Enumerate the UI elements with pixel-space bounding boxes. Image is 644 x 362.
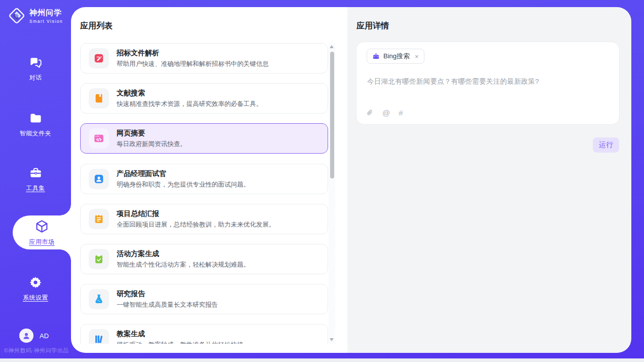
app-card-title: 项目总结汇报 — [117, 209, 275, 219]
notepad-icon — [89, 209, 109, 229]
person-icon — [22, 331, 31, 340]
sidebar-item-label: 对话 — [29, 74, 42, 82]
app-card-desc: 智能生成个性化活动方案，轻松解决规划难题。 — [117, 261, 250, 269]
app-card-网页摘要[interactable]: 网页摘要每日政府新闻资讯快查。 — [80, 123, 328, 154]
user-account[interactable]: AD — [19, 329, 49, 343]
scrollbar[interactable] — [329, 43, 335, 344]
mention-icon[interactable]: @ — [382, 109, 390, 117]
run-button[interactable]: 运行 — [593, 137, 619, 153]
sidebar-item-对话[interactable]: 对话 — [0, 51, 71, 87]
flask-icon — [89, 289, 109, 309]
app-list-panel: 应用列表 招标文件解析帮助用户快速、准确地理解和解析招标书中的关键信息文献搜索快… — [71, 7, 347, 353]
app-card-项目总结汇报[interactable]: 项目总结汇报全面回顾项目进展，总结经验教训，助力未来优化发展。 — [80, 204, 328, 234]
app-card-desc: 帮助用户快速、准确地理解和解析招标书中的关键信息 — [117, 60, 269, 68]
chat-icon — [29, 56, 43, 69]
sidebar: 神州问学 Smart Vision 对话智能文件夹工具集应用市场系统设置 AD … — [0, 0, 71, 358]
tool-tag-label: Bing搜索 — [383, 52, 410, 61]
brand-subtitle: Smart Vision — [29, 19, 63, 24]
sidebar-item-工具集[interactable]: 工具集 — [0, 161, 71, 198]
doc-edit-icon — [89, 48, 109, 68]
books-icon — [89, 329, 109, 344]
app-card-desc: 明确身份和职责，为您提供专业性的面试问题。 — [117, 180, 250, 189]
interviewer-icon — [89, 169, 109, 189]
user-initials: AD — [40, 332, 49, 340]
brand-logo: 神州问学 Smart Vision — [8, 7, 63, 25]
app-card-title: 产品经理面试官 — [117, 169, 250, 178]
book-icon — [89, 88, 109, 108]
app-card-招标文件解析[interactable]: 招标文件解析帮助用户快速、准确地理解和解析招标书中的关键信息 — [80, 43, 328, 74]
gear-icon — [28, 275, 43, 289]
folder-icon — [29, 112, 43, 125]
app-card-title: 网页摘要 — [117, 129, 187, 138]
sidebar-item-label: 应用市场 — [29, 238, 55, 246]
bottom-strip — [0, 358, 644, 362]
avatar — [19, 329, 33, 343]
app-detail-panel: 应用详情 Bing搜索 × 今日湖北有哪些新闻要点？有哪 — [347, 7, 631, 353]
attachment-icon[interactable] — [366, 108, 374, 117]
scroll-up-icon[interactable] — [330, 45, 334, 48]
copyright-footer: ©神州数码·神州问学出品 — [4, 347, 69, 354]
app-card-desc: 模板驱动，教案秒成，教学准备从此轻松快捷 — [117, 341, 243, 344]
sidebar-item-应用市场[interactable]: 应用市场 — [13, 215, 71, 249]
input-toolbar: @ # — [366, 108, 403, 117]
query-text-input[interactable]: 今日湖北有哪些新闻要点？有哪些需要关注的最新政策? — [367, 77, 609, 86]
prompt-card: Bing搜索 × 今日湖北有哪些新闻要点？有哪些需要关注的最新政策? @ # — [356, 42, 620, 125]
app-card-title: 教案生成 — [117, 330, 243, 339]
main-content: 应用列表 招标文件解析帮助用户快速、准确地理解和解析招标书中的关键信息文献搜索快… — [71, 7, 631, 353]
app-detail-title: 应用详情 — [356, 21, 389, 31]
sidebar-item-智能文件夹[interactable]: 智能文件夹 — [0, 106, 71, 143]
app-card-产品经理面试官[interactable]: 产品经理面试官明确身份和职责，为您提供专业性的面试问题。 — [80, 164, 328, 194]
app-card-title: 文献搜索 — [117, 89, 263, 98]
app-card-活动方案生成[interactable]: 活动方案生成智能生成个性化活动方案，轻松解决规划难题。 — [80, 244, 328, 274]
sidebar-item-label: 工具集 — [26, 184, 45, 193]
app-card-desc: 每日政府新闻资讯快查。 — [117, 140, 187, 149]
scrollbar-thumb[interactable] — [330, 52, 334, 178]
app-card-研究报告[interactable]: 研究报告一键智能生成高质量长文本研究报告 — [80, 284, 328, 314]
diamond-logo-icon — [8, 7, 26, 25]
briefcase-icon — [372, 53, 380, 60]
tag-close-icon[interactable]: × — [415, 53, 419, 60]
app-frame: 神州问学 Smart Vision 对话智能文件夹工具集应用市场系统设置 AD … — [0, 0, 644, 358]
app-card-desc: 一键智能生成高质量长文本研究报告 — [117, 301, 218, 309]
brand-name: 神州问学 — [29, 8, 63, 18]
app-list-title: 应用列表 — [80, 21, 113, 31]
app-window: 神州问学 Smart Vision 对话智能文件夹工具集应用市场系统设置 AD … — [0, 0, 644, 362]
app-card-title: 招标文件解析 — [117, 49, 269, 58]
app-card-title: 研究报告 — [117, 289, 218, 299]
app-card-desc: 全面回顾项目进展，总结经验教训，助力未来优化发展。 — [117, 221, 275, 229]
app-card-list: 招标文件解析帮助用户快速、准确地理解和解析招标书中的关键信息文献搜索快速精准查找… — [71, 43, 347, 344]
browser-code-icon — [89, 128, 109, 149]
app-card-文献搜索[interactable]: 文献搜索快速精准查找学术资源，提高研究效率的必备工具。 — [80, 83, 328, 114]
sidebar-item-系统设置[interactable]: 系统设置 — [0, 270, 71, 307]
cube-icon — [34, 219, 49, 234]
scroll-down-icon[interactable] — [330, 338, 334, 341]
hash-icon[interactable]: # — [399, 109, 403, 117]
sidebar-item-label: 系统设置 — [23, 294, 48, 302]
toolbox-icon — [29, 166, 43, 180]
tool-tag-bing-search[interactable]: Bing搜索 × — [367, 49, 424, 64]
app-card-desc: 快速精准查找学术资源，提高研究效率的必备工具。 — [117, 100, 263, 108]
sidebar-item-label: 智能文件夹 — [20, 129, 52, 138]
app-card-教案生成[interactable]: 教案生成模板驱动，教案秒成，教学准备从此轻松快捷 — [80, 324, 328, 344]
app-card-title: 活动方案生成 — [117, 249, 250, 259]
clipboard-check-icon — [89, 249, 109, 269]
